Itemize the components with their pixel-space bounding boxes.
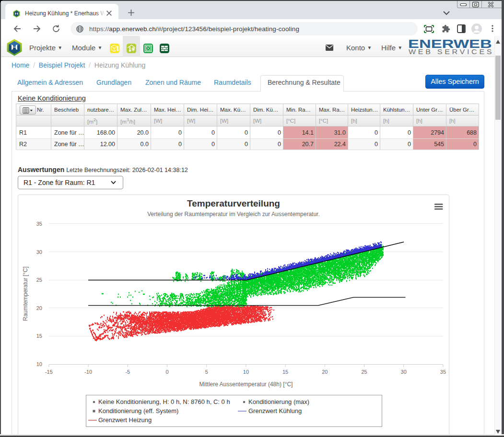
svg-text:Konditionierung (eff. System): Konditionierung (eff. System) [98, 407, 178, 414]
svg-text:30: 30 [401, 369, 407, 375]
svg-text:10: 10 [36, 361, 42, 367]
svg-text:-15: -15 [45, 369, 53, 375]
svg-text:0: 0 [165, 369, 168, 375]
svg-text:30: 30 [36, 249, 42, 255]
svg-text:Grenzwert Kühlung: Grenzwert Kühlung [248, 407, 302, 414]
svg-text:35: 35 [36, 221, 42, 227]
svg-text:Keine Konditionierung, H: 0 h,: Keine Konditionierung, H: 0 h, N: 8760 h… [98, 398, 230, 405]
svg-text:-10: -10 [84, 369, 92, 375]
svg-text:Grenzwert Heizung: Grenzwert Heizung [98, 416, 152, 424]
svg-text:-5: -5 [125, 369, 130, 375]
svg-text:Temperaturverteilung: Temperaturverteilung [187, 198, 280, 208]
svg-text:5: 5 [205, 369, 208, 375]
svg-text:Konditionierung (max): Konditionierung (max) [248, 398, 309, 405]
svg-text:15: 15 [282, 369, 288, 375]
svg-text:Verteilung der Raumtemperatur: Verteilung der Raumtemperatur im Verglei… [147, 211, 320, 218]
svg-text:25: 25 [36, 277, 42, 283]
svg-text:20: 20 [322, 369, 328, 375]
svg-text:20: 20 [36, 305, 42, 311]
svg-text:25: 25 [361, 369, 367, 375]
svg-text:Mittlere Aussentemperatur (48h: Mittlere Aussentemperatur (48h) [°C] [199, 381, 293, 388]
svg-text:15: 15 [36, 333, 42, 339]
svg-text:10: 10 [243, 369, 249, 375]
svg-text:Raumtemperatur [°C]: Raumtemperatur [°C] [22, 266, 29, 321]
svg-text:35: 35 [440, 369, 446, 375]
